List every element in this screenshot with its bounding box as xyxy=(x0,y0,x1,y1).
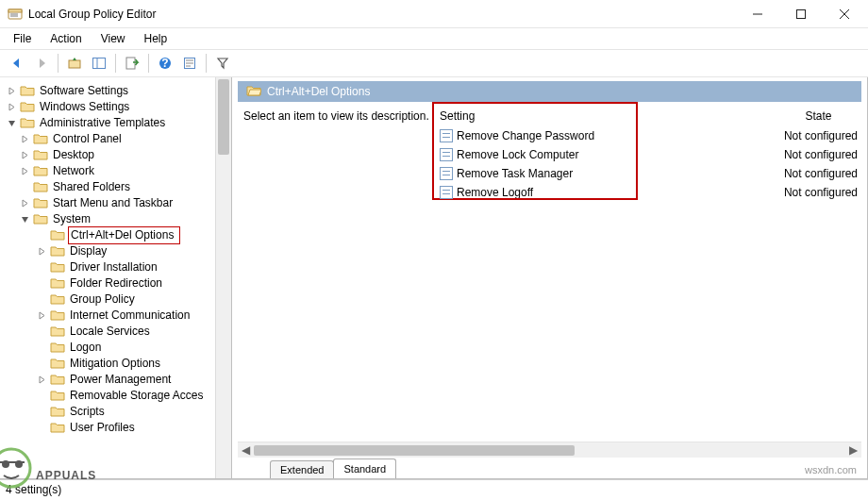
tree-item-display[interactable]: Display xyxy=(36,243,231,259)
folder-open-icon xyxy=(246,84,261,99)
tree-item-start-menu[interactable]: Start Menu and Taskbar xyxy=(19,195,231,211)
settings-list: Setting State Remove Change PasswordNot … xyxy=(436,106,861,442)
folder-icon xyxy=(50,325,65,340)
column-state[interactable]: State xyxy=(776,108,861,125)
close-button[interactable] xyxy=(823,0,866,28)
tree-item-software-settings[interactable]: Software Settings xyxy=(6,83,231,99)
scroll-thumb[interactable] xyxy=(254,445,575,456)
expander-icon[interactable] xyxy=(19,134,30,145)
tree-item-driver-install[interactable]: Driver Installation xyxy=(36,259,231,275)
expander-icon[interactable] xyxy=(19,198,30,209)
main-area: Software Settings Windows Settings Admin… xyxy=(0,77,868,479)
leaf-spacer xyxy=(36,262,47,274)
tree-item-admin-templates[interactable]: Administrative Templates xyxy=(6,115,231,131)
up-button[interactable] xyxy=(63,52,86,75)
policy-icon xyxy=(440,129,453,142)
help-button[interactable]: ? xyxy=(154,52,176,75)
setting-state: Not configured xyxy=(776,186,861,199)
tree-panel: Software Settings Windows Settings Admin… xyxy=(0,77,232,479)
leaf-spacer xyxy=(36,230,47,242)
leaf-spacer xyxy=(36,342,47,354)
tree-item-control-panel[interactable]: Control Panel xyxy=(19,131,231,147)
tree-item-locale[interactable]: Locale Services xyxy=(36,324,231,340)
expander-icon[interactable] xyxy=(6,102,17,113)
tree-item-scripts[interactable]: Scripts xyxy=(36,404,231,420)
svg-rect-8 xyxy=(69,60,80,68)
scroll-left-icon[interactable]: ◀ xyxy=(238,443,254,458)
tree-item-network[interactable]: Network xyxy=(19,163,231,179)
folder-icon xyxy=(50,276,65,292)
tree-item-folder-redir[interactable]: Folder Redirection xyxy=(36,275,231,292)
expander-icon[interactable] xyxy=(36,310,47,322)
expander-icon[interactable] xyxy=(6,86,17,97)
export-button[interactable] xyxy=(121,52,143,75)
scroll-right-icon[interactable]: ▶ xyxy=(845,443,861,458)
expander-icon[interactable] xyxy=(36,375,47,386)
menu-action[interactable]: Action xyxy=(42,30,89,47)
leaf-spacer xyxy=(36,407,47,418)
expander-icon[interactable] xyxy=(19,166,30,177)
tree-item-removable[interactable]: Removable Storage Acces xyxy=(36,388,231,404)
policy-icon xyxy=(440,186,453,199)
svg-rect-11 xyxy=(126,58,135,69)
tree-item-internet-comm[interactable]: Internet Communication xyxy=(36,308,231,324)
expander-icon[interactable] xyxy=(19,150,30,161)
menu-help[interactable]: Help xyxy=(137,30,175,47)
expander-collapse-icon[interactable] xyxy=(6,118,17,129)
tree-item-ctrl-alt-del[interactable]: Ctrl+Alt+Del Options xyxy=(36,227,231,243)
maximize-button[interactable] xyxy=(779,0,823,28)
setting-state: Not configured xyxy=(776,167,861,180)
tree-scroll-thumb[interactable] xyxy=(218,79,229,155)
folder-icon xyxy=(33,148,48,163)
folder-icon xyxy=(50,228,65,243)
tab-extended[interactable]: Extended xyxy=(270,460,334,478)
folder-icon xyxy=(50,389,65,404)
horizontal-scrollbar[interactable]: ◀ ▶ xyxy=(238,442,861,458)
leaf-spacer xyxy=(19,182,30,193)
minimize-button[interactable] xyxy=(736,0,779,28)
folder-icon xyxy=(50,421,65,436)
tree-item-user-profiles[interactable]: User Profiles xyxy=(36,420,231,436)
properties-button[interactable] xyxy=(178,52,201,75)
content-panel: Ctrl+Alt+Del Options Select an item to v… xyxy=(232,77,868,479)
setting-state: Not configured xyxy=(776,148,861,161)
show-hide-tree-button[interactable] xyxy=(88,52,110,75)
titlebar: Local Group Policy Editor xyxy=(0,0,868,28)
filter-button[interactable] xyxy=(211,52,234,75)
folder-icon xyxy=(20,100,35,115)
leaf-spacer xyxy=(36,278,47,290)
setting-state: Not configured xyxy=(776,129,861,142)
folder-icon xyxy=(20,84,35,99)
tree-item-mitigation[interactable]: Mitigation Options xyxy=(36,356,231,372)
menu-file[interactable]: File xyxy=(6,30,39,47)
folder-icon xyxy=(33,180,48,195)
tree-item-shared-folders[interactable]: Shared Folders xyxy=(19,179,231,195)
tree-item-system[interactable]: System xyxy=(19,211,231,227)
tree-item-power[interactable]: Power Management xyxy=(36,372,231,388)
content-header-title: Ctrl+Alt+Del Options xyxy=(267,85,370,98)
folder-icon xyxy=(50,260,65,275)
tab-standard[interactable]: Standard xyxy=(333,458,396,478)
menu-view[interactable]: View xyxy=(93,30,133,47)
svg-text:?: ? xyxy=(161,57,168,70)
svg-rect-9 xyxy=(93,58,106,69)
tree-item-logon[interactable]: Logon xyxy=(36,340,231,356)
tree-item-desktop[interactable]: Desktop xyxy=(19,147,231,163)
window-title: Local Group Policy Editor xyxy=(28,8,736,21)
expander-icon[interactable] xyxy=(36,246,47,258)
tree-item-windows-settings[interactable]: Windows Settings xyxy=(6,99,231,115)
folder-icon xyxy=(50,341,65,356)
description-text: Select an item to view its description. xyxy=(238,106,436,442)
status-bar: 4 setting(s) xyxy=(0,479,868,498)
status-text: 4 setting(s) xyxy=(6,483,61,496)
leaf-spacer xyxy=(36,423,47,434)
app-icon xyxy=(8,7,23,22)
tree-item-group-policy[interactable]: Group Policy xyxy=(36,292,231,308)
content-header: Ctrl+Alt+Del Options xyxy=(238,81,861,102)
tree-scrollbar[interactable] xyxy=(215,77,231,478)
leaf-spacer xyxy=(36,358,47,370)
expander-collapse-icon[interactable] xyxy=(19,214,30,225)
back-button[interactable] xyxy=(6,52,28,75)
forward-button[interactable] xyxy=(30,52,53,75)
scroll-track[interactable] xyxy=(254,443,845,458)
